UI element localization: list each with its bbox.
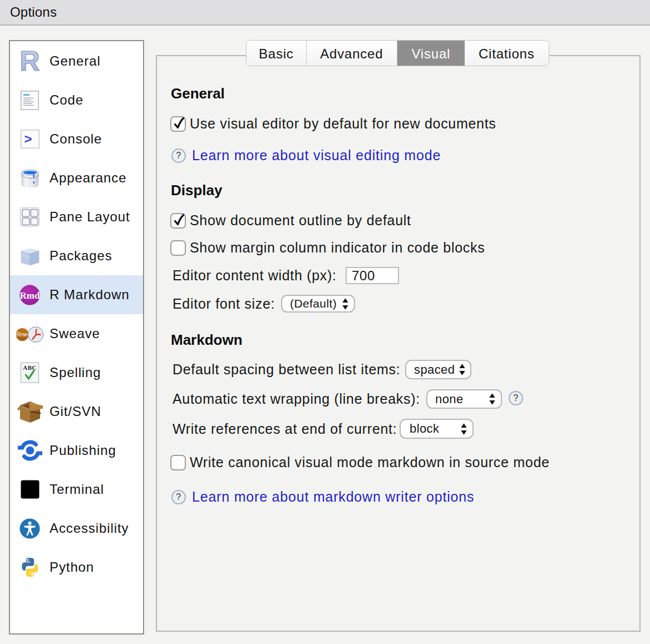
svg-text:Rmd: Rmd bbox=[20, 290, 40, 301]
svg-text:R: R bbox=[19, 51, 40, 72]
svg-text:ABC: ABC bbox=[23, 364, 36, 371]
svg-text:Rnw: Rnw bbox=[16, 331, 28, 338]
svg-text:>: > bbox=[24, 131, 32, 146]
